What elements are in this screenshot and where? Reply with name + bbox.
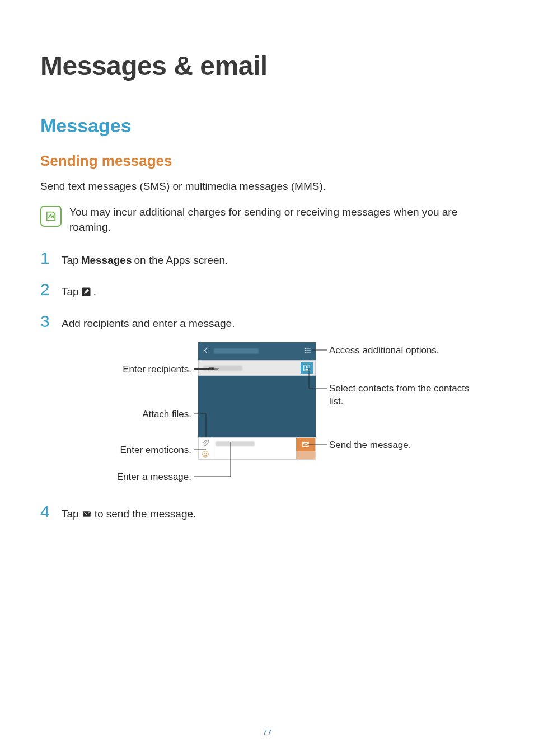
phone-header bbox=[198, 342, 316, 360]
select-contacts-button[interactable] bbox=[301, 362, 313, 374]
page-number: 77 bbox=[0, 727, 534, 737]
recipients-field[interactable] bbox=[198, 360, 316, 376]
step-3: 3 Add recipients and enter a message. bbox=[40, 313, 494, 332]
svg-point-3 bbox=[305, 352, 306, 353]
message-body-area bbox=[198, 376, 316, 437]
note-icon bbox=[40, 206, 62, 227]
paperclip-icon bbox=[202, 440, 209, 447]
callout-enter-emoticons: Enter emoticons. bbox=[40, 444, 191, 457]
emoticon-button[interactable] bbox=[199, 449, 212, 459]
callout-send-message: Send the message. bbox=[329, 439, 486, 452]
step-number: 2 bbox=[40, 281, 53, 298]
step-1-pre: Tap bbox=[62, 253, 79, 268]
step-4-post: to send the message. bbox=[95, 506, 196, 522]
section-heading: Messages bbox=[40, 115, 494, 137]
step-number: 3 bbox=[40, 313, 53, 330]
step-number: 1 bbox=[40, 250, 53, 267]
screenshot-diagram: Enter recipients. Attach files. Enter em… bbox=[40, 337, 494, 493]
svg-point-11 bbox=[205, 453, 207, 454]
send-envelope-icon bbox=[81, 510, 92, 519]
svg-point-10 bbox=[204, 453, 205, 454]
attach-button[interactable] bbox=[199, 438, 212, 449]
svg-point-1 bbox=[305, 348, 306, 349]
callout-attach-files: Attach files. bbox=[40, 408, 191, 421]
contact-icon bbox=[303, 364, 311, 372]
svg-point-8 bbox=[306, 366, 308, 368]
page-title: Messages & email bbox=[40, 50, 494, 81]
more-menu-icon[interactable] bbox=[303, 347, 311, 356]
message-placeholder bbox=[216, 441, 255, 446]
send-envelope-icon bbox=[301, 441, 310, 449]
subsection-heading: Sending messages bbox=[40, 152, 494, 170]
note-text: You may incur additional charges for sen… bbox=[69, 204, 494, 235]
send-button[interactable] bbox=[296, 438, 315, 451]
recipients-placeholder bbox=[203, 366, 242, 371]
note-block: You may incur additional charges for sen… bbox=[40, 204, 494, 235]
message-text-field[interactable] bbox=[212, 438, 296, 459]
svg-point-9 bbox=[202, 451, 208, 458]
callout-enter-recipients: Enter recipients. bbox=[40, 363, 191, 376]
send-sub-area bbox=[296, 451, 315, 459]
smiley-icon bbox=[202, 450, 209, 458]
step-1-post: on the Apps screen. bbox=[134, 253, 228, 268]
step-4-pre: Tap bbox=[62, 506, 79, 522]
callout-access-options: Access additional options. bbox=[329, 344, 486, 357]
step-2: 2 Tap . bbox=[40, 281, 494, 300]
step-3-text: Add recipients and enter a message. bbox=[62, 316, 235, 332]
svg-point-2 bbox=[305, 350, 306, 351]
phone-mock bbox=[198, 342, 316, 460]
step-1-bold: Messages bbox=[81, 253, 132, 268]
step-2-post: . bbox=[93, 284, 96, 300]
step-4: 4 Tap to send the message. bbox=[40, 503, 494, 522]
step-2-pre: Tap bbox=[62, 284, 79, 300]
step-1: 1 Tap Messages on the Apps screen. bbox=[40, 250, 494, 268]
message-input-row bbox=[198, 437, 316, 460]
step-number: 4 bbox=[40, 503, 53, 520]
callout-select-contacts: Select contacts from the contacts list. bbox=[329, 382, 486, 408]
compose-icon bbox=[81, 287, 91, 297]
intro-text: Send text messages (SMS) or multimedia m… bbox=[40, 179, 494, 194]
back-chevron-icon[interactable] bbox=[203, 347, 209, 356]
callout-enter-message: Enter a message. bbox=[40, 471, 191, 484]
screen-title-placeholder bbox=[214, 348, 259, 354]
